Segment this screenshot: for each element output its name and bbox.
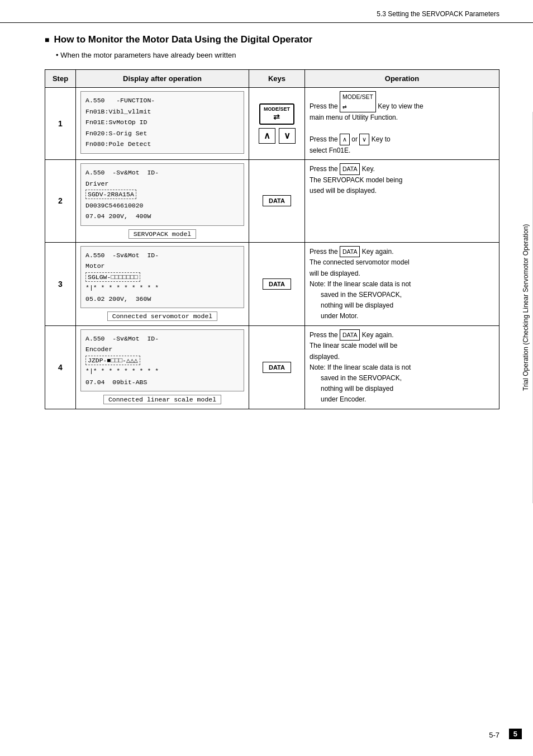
step-1: 1 — [45, 88, 76, 160]
keys-group-1: MODE/SET ⇄ ∧ ∨ — [254, 103, 300, 144]
col-header-operation: Operation — [305, 70, 499, 88]
display-1: A.550 -FUNCTION- Fn01B:Vibl_vllmit Fn01E… — [76, 88, 249, 160]
step-4: 4 — [45, 325, 76, 409]
lcd-display-1: A.550 -FUNCTION- Fn01B:Vibl_vllmit Fn01E… — [80, 91, 244, 154]
operation-1: Press the MODE/SET⇄ Key to view the main… — [305, 88, 499, 160]
col-header-display: Display after operation — [76, 70, 249, 88]
operation-3: Press the DATA Key again. The connected … — [305, 242, 499, 325]
data-key-2[interactable]: DATA — [263, 195, 291, 206]
data-key-inline-4: DATA — [340, 329, 360, 341]
linear-scale-model-label: Connected linear scale model — [103, 395, 221, 404]
side-label: Trial Operation (Checking Linear Servomo… — [519, 112, 533, 503]
keys-3: DATA — [249, 242, 305, 325]
section-title: How to Monitor the Motor Data Using the … — [45, 34, 499, 45]
header-text: 5.3 Setting the SERVOPACK Parameters — [377, 10, 499, 18]
label-2: SERVOPACK model — [80, 228, 244, 239]
data-key-4[interactable]: DATA — [263, 362, 291, 373]
display-4: A.550 -Sv&Mot ID- Encoder JZDP-■□□□-△△△ … — [76, 325, 249, 409]
lcd-display-4: A.550 -Sv&Mot ID- Encoder JZDP-■□□□-△△△ … — [80, 329, 244, 392]
highlight-4: JZDP-■□□□-△△△ — [85, 356, 140, 365]
arrow-keys: ∧ ∨ — [259, 128, 296, 144]
label-3: Connected servomotor model — [80, 310, 244, 321]
highlight-3: SGLGW-□□□□□□□ — [85, 272, 140, 282]
lcd-display-2: A.550 -Sv&Mot ID- Driver SGDV-2R8A15A D0… — [80, 163, 244, 226]
mode-set-key[interactable]: MODE/SET ⇄ — [259, 103, 294, 125]
up-key-inline: ∧ — [340, 134, 350, 145]
keys-4: DATA — [249, 325, 305, 409]
table-row: 2 A.550 -Sv&Mot ID- Driver SGDV-2R8A15A … — [45, 159, 499, 242]
data-key-3[interactable]: DATA — [263, 278, 291, 290]
lcd-display-3: A.550 -Sv&Mot ID- Motor SGLGW-□□□□□□□ *|… — [80, 246, 244, 309]
mode-set-inline: MODE/SET⇄ — [340, 91, 376, 112]
main-table: Step Display after operation Keys Operat… — [45, 69, 499, 409]
data-key-inline-2: DATA — [340, 163, 360, 175]
label-4: Connected linear scale model — [80, 394, 244, 404]
keys-1: MODE/SET ⇄ ∧ ∨ — [249, 88, 305, 160]
servopack-model-label: SERVOPACK model — [129, 229, 197, 239]
page-header: 5.3 Setting the SERVOPACK Parameters — [0, 0, 533, 23]
table-row: 1 A.550 -FUNCTION- Fn01B:Vibl_vllmit Fn0… — [45, 88, 499, 160]
display-3: A.550 -Sv&Mot ID- Motor SGLGW-□□□□□□□ *|… — [76, 242, 249, 325]
col-header-keys: Keys — [249, 70, 305, 88]
keys-2: DATA — [249, 159, 305, 242]
operation-4: Press the DATA Key again. The linear sca… — [305, 325, 499, 409]
down-key-inline: ∨ — [359, 134, 369, 145]
table-row: 3 A.550 -Sv&Mot ID- Motor SGLGW-□□□□□□□ … — [45, 242, 499, 325]
chapter-number: 5 — [509, 729, 522, 739]
main-content: How to Monitor the Motor Data Using the … — [0, 23, 533, 432]
servomotor-model-label: Connected servomotor model — [107, 311, 217, 321]
step-3: 3 — [45, 242, 76, 325]
operation-2: Press the DATA Key. The SERVOPACK model … — [305, 159, 499, 242]
highlight-2: SGDV-2R8A15A — [85, 190, 136, 199]
up-arrow-key[interactable]: ∧ — [259, 128, 275, 144]
down-arrow-key[interactable]: ∨ — [279, 128, 296, 144]
page-footer: 5-7 — [489, 731, 499, 739]
col-header-step: Step — [45, 70, 76, 88]
subtitle: When the motor parameters have already b… — [56, 51, 499, 59]
display-2: A.550 -Sv&Mot ID- Driver SGDV-2R8A15A D0… — [76, 159, 249, 242]
data-key-inline-3: DATA — [340, 246, 360, 258]
step-2: 2 — [45, 159, 76, 242]
table-row: 4 A.550 -Sv&Mot ID- Encoder JZDP-■□□□-△△… — [45, 325, 499, 409]
